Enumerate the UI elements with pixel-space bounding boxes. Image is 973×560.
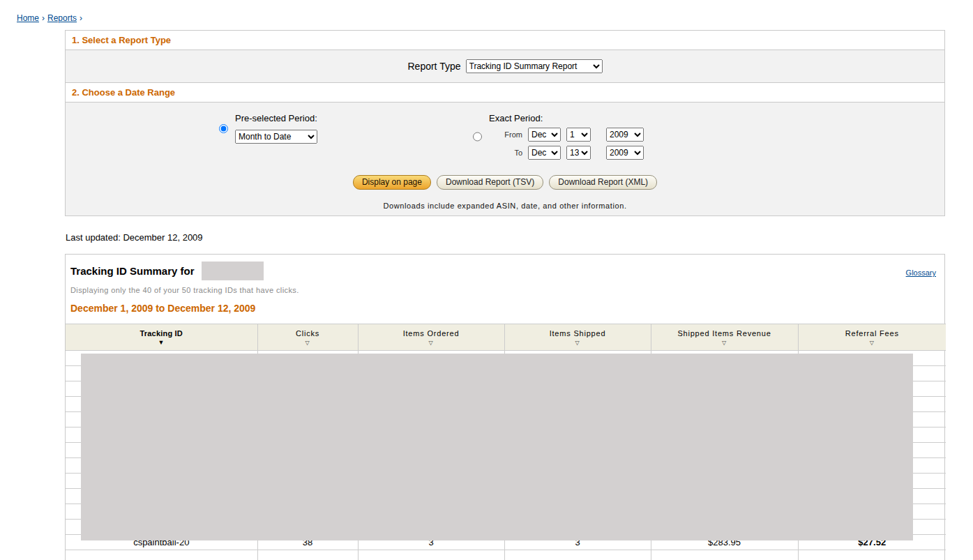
sort-arrow-icon: ▽: [359, 340, 504, 346]
breadcrumb-link-reports[interactable]: Reports: [47, 13, 77, 23]
preselected-period-group: Pre-selected Period: Month to Date: [219, 113, 317, 144]
preselected-period-select[interactable]: Month to Date: [235, 130, 317, 144]
breadcrumb-separator: ›: [80, 13, 82, 23]
glossary-link[interactable]: Glossary: [906, 268, 936, 277]
report-title: Tracking ID Summary for: [70, 265, 195, 277]
main-content: 1. Select a Report Type Report Type Trac…: [65, 30, 945, 560]
exact-period-group: Exact Period: From Dec 1 2009 To Dec 13 …: [473, 113, 644, 160]
table-cell: [798, 550, 946, 560]
date-range-section: Pre-selected Period: Month to Date Exact…: [66, 103, 944, 215]
from-year-select[interactable]: 2009: [606, 128, 644, 142]
downloads-note: Downloads include expanded ASIN, date, a…: [66, 202, 944, 210]
section-title-report-type: 1. Select a Report Type: [66, 31, 944, 50]
sort-arrow-icon: ▽: [506, 340, 650, 346]
sort-arrow-icon: ▽: [799, 340, 946, 346]
from-month-select[interactable]: Dec: [528, 128, 561, 142]
to-day-select[interactable]: 13: [566, 146, 591, 160]
sort-arrow-desc-icon: ▼: [66, 339, 257, 346]
report-type-label: Report Type: [407, 61, 460, 72]
from-date-row: From Dec 1 2009: [497, 128, 644, 142]
from-day-select[interactable]: 1: [566, 128, 591, 142]
preselected-period-label: Pre-selected Period:: [235, 113, 317, 123]
table-cell: [651, 550, 798, 560]
from-label: From: [497, 130, 522, 139]
report-results-panel: Tracking ID Summary for Glossary Display…: [65, 254, 945, 560]
redacted-table-data: [81, 354, 913, 540]
column-header-items-shipped[interactable]: Items Shipped ▽: [504, 324, 651, 351]
to-date-row: To Dec 13 2009: [497, 146, 644, 160]
to-month-select[interactable]: Dec: [528, 146, 561, 160]
report-header: Tracking ID Summary for Glossary Display…: [66, 255, 944, 314]
column-header-shipped-items-revenue[interactable]: Shipped Items Revenue ▽: [651, 324, 798, 351]
exact-period-label: Exact Period:: [489, 113, 644, 123]
report-subtitle: Displaying only the 40 of your 50 tracki…: [70, 286, 939, 294]
download-xml-button[interactable]: Download Report (XML): [549, 175, 657, 190]
report-type-select[interactable]: Tracking ID Summary Report: [466, 59, 603, 73]
table-cell: [504, 550, 651, 560]
report-actions: Display on page Download Report (TSV) Do…: [66, 175, 944, 190]
column-header-items-ordered[interactable]: Items Ordered ▽: [358, 324, 504, 351]
exact-period-radio[interactable]: [473, 114, 482, 160]
breadcrumb-separator: ›: [42, 13, 45, 23]
display-on-page-button[interactable]: Display on page: [353, 175, 431, 190]
redacted-account-id: [202, 262, 264, 280]
sort-arrow-icon: ▽: [652, 340, 797, 346]
to-label: To: [497, 149, 522, 157]
column-header-referral-fees[interactable]: Referral Fees ▽: [798, 324, 946, 351]
table-cell: [257, 550, 358, 560]
report-form: 1. Select a Report Type Report Type Trac…: [65, 30, 945, 216]
breadcrumb-link-home[interactable]: Home: [17, 13, 39, 23]
download-tsv-button[interactable]: Download Report (TSV): [437, 175, 543, 190]
preselected-period-radio[interactable]: [219, 114, 228, 144]
report-date-range: December 1, 2009 to December 12, 2009: [70, 303, 939, 314]
table-empty-row: [66, 550, 946, 560]
column-header-clicks[interactable]: Clicks ▽: [257, 324, 358, 351]
table-cell: [358, 550, 504, 560]
table-cell: [66, 550, 257, 560]
section-title-date-range: 2. Choose a Date Range: [66, 83, 944, 103]
report-type-row: Report Type Tracking ID Summary Report: [66, 50, 944, 83]
last-updated-text: Last updated: December 12, 2009: [66, 232, 945, 243]
column-header-tracking-id[interactable]: Tracking ID ▼: [66, 324, 257, 351]
to-year-select[interactable]: 2009: [606, 146, 644, 160]
table-header-row: Tracking ID ▼ Clicks ▽ Items Ordered ▽: [66, 324, 946, 351]
breadcrumb: Home›Reports›: [0, 0, 973, 23]
sort-arrow-icon: ▽: [259, 340, 357, 346]
report-table-wrap: Tracking ID ▼ Clicks ▽ Items Ordered ▽: [66, 324, 944, 560]
